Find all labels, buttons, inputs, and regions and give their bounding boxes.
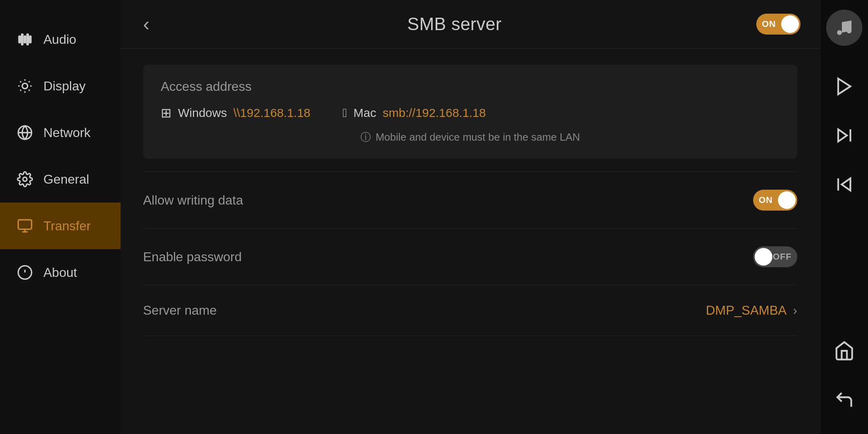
transfer-icon bbox=[16, 217, 34, 235]
svg-rect-2 bbox=[24, 36, 25, 43]
toggle-knob bbox=[755, 248, 772, 266]
display-icon bbox=[16, 77, 34, 95]
play-icon bbox=[834, 76, 855, 97]
general-icon bbox=[16, 170, 34, 188]
back-player-icon bbox=[834, 389, 855, 410]
network-icon bbox=[16, 124, 34, 141]
svg-rect-4 bbox=[30, 36, 31, 43]
svg-rect-3 bbox=[27, 34, 28, 45]
audio-icon bbox=[16, 31, 34, 48]
svg-marker-25 bbox=[838, 79, 850, 94]
content-area: Access address ⊞ Windows \\192.168.1.18 … bbox=[121, 49, 820, 434]
home-icon bbox=[834, 340, 855, 361]
smb-server-toggle[interactable]: ON bbox=[756, 14, 800, 35]
play-button[interactable] bbox=[826, 68, 862, 104]
back-button[interactable]: ‹ bbox=[140, 11, 153, 37]
svg-line-11 bbox=[29, 90, 29, 90]
sidebar-item-label: Network bbox=[43, 125, 90, 140]
main-content: ‹ SMB server ON Access address ⊞ Windows… bbox=[121, 0, 820, 434]
server-name-row[interactable]: Server name DMP_SAMBA › bbox=[143, 285, 797, 336]
sidebar-item-label: Transfer bbox=[43, 219, 91, 233]
svg-point-5 bbox=[22, 83, 27, 88]
sidebar-item-general[interactable]: General bbox=[0, 156, 121, 203]
svg-point-24 bbox=[847, 29, 852, 33]
enable-password-row: Enable password OFF bbox=[143, 229, 797, 285]
sidebar-item-label: Display bbox=[43, 79, 86, 94]
enable-password-toggle[interactable]: OFF bbox=[753, 246, 797, 267]
svg-point-23 bbox=[837, 30, 842, 35]
page-header: ‹ SMB server ON bbox=[121, 0, 820, 49]
sidebar-item-label: General bbox=[43, 172, 89, 187]
server-name-value: DMP_SAMBA bbox=[706, 303, 786, 318]
sidebar-item-transfer[interactable]: Transfer bbox=[0, 203, 121, 249]
mac-value: smb://192.168.1.18 bbox=[383, 106, 486, 120]
allow-writing-row: Allow writing data ON bbox=[143, 172, 797, 229]
svg-line-13 bbox=[29, 81, 29, 82]
access-address-card: Access address ⊞ Windows \\192.168.1.18 … bbox=[143, 65, 797, 159]
music-icon bbox=[835, 18, 854, 37]
chevron-right-icon: › bbox=[793, 303, 797, 318]
svg-point-16 bbox=[23, 177, 27, 181]
server-name-value-container: DMP_SAMBA › bbox=[706, 303, 797, 318]
address-list: ⊞ Windows \\192.168.1.18  Mac smb://192… bbox=[161, 105, 780, 121]
sidebar-item-about[interactable]: About bbox=[0, 249, 121, 296]
server-name-label: Server name bbox=[143, 303, 217, 318]
sidebar-item-audio[interactable]: Audio bbox=[0, 16, 121, 63]
svg-marker-28 bbox=[841, 178, 850, 190]
svg-rect-0 bbox=[19, 36, 20, 43]
sidebar-item-label: Audio bbox=[43, 32, 76, 47]
svg-rect-17 bbox=[18, 220, 31, 229]
settings-section: Allow writing data ON Enable password OF… bbox=[143, 172, 797, 336]
sidebar-item-network[interactable]: Network bbox=[0, 109, 121, 156]
access-note: ⓘ Mobile and device must be in the same … bbox=[161, 130, 780, 144]
music-avatar bbox=[826, 10, 862, 46]
page-title: SMB server bbox=[162, 14, 747, 34]
next-button[interactable] bbox=[826, 117, 862, 154]
toggle-knob bbox=[781, 15, 799, 33]
toggle-knob bbox=[778, 191, 796, 209]
sidebar-item-label: About bbox=[43, 265, 77, 280]
windows-address: ⊞ Windows \\192.168.1.18 bbox=[161, 105, 311, 121]
windows-value: \\192.168.1.18 bbox=[233, 106, 311, 120]
next-icon bbox=[834, 125, 855, 146]
info-icon: ⓘ bbox=[360, 130, 371, 144]
allow-writing-label: Allow writing data bbox=[143, 193, 243, 208]
svg-line-10 bbox=[20, 81, 21, 82]
prev-button[interactable] bbox=[826, 166, 862, 203]
mac-address:  Mac smb://192.168.1.18 bbox=[343, 106, 486, 120]
svg-rect-1 bbox=[22, 34, 23, 45]
player-panel bbox=[820, 0, 868, 434]
enable-password-label: Enable password bbox=[143, 250, 242, 264]
allow-writing-toggle[interactable]: ON bbox=[753, 190, 797, 211]
sidebar: Audio Display Network General Transfer A… bbox=[0, 0, 121, 434]
svg-marker-26 bbox=[838, 129, 847, 141]
mac-label: Mac bbox=[354, 106, 377, 120]
access-address-title: Access address bbox=[161, 79, 780, 94]
windows-icon: ⊞ bbox=[161, 105, 172, 121]
sidebar-item-display[interactable]: Display bbox=[0, 63, 121, 109]
svg-line-12 bbox=[20, 90, 21, 90]
home-button[interactable] bbox=[826, 333, 862, 369]
back-player-button[interactable] bbox=[826, 382, 862, 418]
windows-label: Windows bbox=[178, 106, 227, 120]
about-icon bbox=[16, 264, 34, 281]
smb-toggle-container: ON bbox=[756, 14, 800, 35]
prev-icon bbox=[834, 174, 855, 195]
apple-icon:  bbox=[343, 106, 347, 120]
